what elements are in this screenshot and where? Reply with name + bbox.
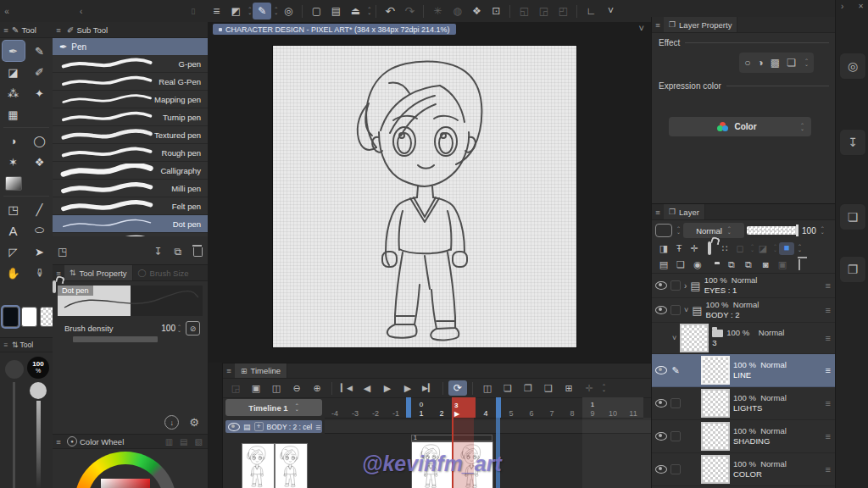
onion-skin-icon[interactable]: ⊞ — [559, 380, 578, 396]
fill-bucket-icon[interactable]: ❖ — [467, 3, 486, 19]
subtool-item-calligraphy[interactable]: Calligraphy — [53, 162, 208, 180]
navigator-panel-icon[interactable]: ◎ — [839, 53, 866, 80]
export-stepper[interactable] — [367, 8, 371, 14]
text-tool[interactable]: A — [3, 220, 25, 241]
reference-layer-icon[interactable]: Ŧ — [672, 243, 686, 253]
layer-menu-icon[interactable] — [826, 365, 831, 375]
sub-tool-tab-label[interactable]: Sub Tool — [76, 25, 108, 35]
subtool-item-felt-pen[interactable]: Felt pen — [53, 197, 208, 215]
layer-row-line[interactable]: ✎ 100 % Normal LINE — [652, 354, 836, 387]
brush-tool[interactable]: ✐ — [29, 62, 51, 82]
panel-menu-icon[interactable] — [0, 341, 12, 349]
track-menu-icon[interactable] — [315, 422, 320, 432]
layer-checkbox[interactable] — [670, 431, 681, 441]
expand-collapse-icon[interactable] — [684, 306, 688, 314]
expand-collapse-icon[interactable]: › — [684, 281, 687, 291]
layer-thumbnail[interactable] — [701, 422, 730, 451]
color-wheel-tab-label[interactable]: Color Wheel — [80, 437, 124, 446]
back-icon[interactable]: ‹ — [80, 7, 82, 16]
layer-visibility-icon[interactable] — [655, 432, 667, 441]
register-initial-settings-icon[interactable]: ↓ — [164, 415, 179, 430]
layer-thumbnail[interactable] — [701, 389, 730, 418]
layer-row-3[interactable]: 100 % Normal 3 — [652, 323, 836, 354]
panel-menu-icon[interactable] — [53, 25, 64, 35]
subtool-item-flat-marker[interactable]: Flat marker — [53, 233, 208, 236]
tab-tool-property[interactable]: ⇅ Tool Property — [64, 265, 133, 280]
new-vector-layer-icon[interactable]: ❏ — [674, 259, 687, 270]
subtool-item-g-pen[interactable]: G-pen — [53, 55, 208, 73]
deselect-icon[interactable]: ◱ — [515, 3, 533, 19]
panel-menu-icon[interactable] — [652, 208, 664, 217]
layer-color-icon[interactable]: ■ — [779, 242, 794, 255]
close-dock-icon[interactable]: ✕ — [858, 3, 864, 10]
new-cel-icon[interactable]: ❏ — [498, 380, 517, 396]
subtool-item-milli-pen[interactable]: Milli pen — [53, 180, 208, 197]
effect-border-icon[interactable]: ○ — [744, 57, 750, 69]
expression-color-stepper[interactable] — [800, 124, 804, 130]
color-set-tab-icon[interactable]: ▤ — [180, 437, 187, 446]
invert-selection-icon[interactable]: ◲ — [534, 3, 553, 19]
pen-tool[interactable]: ✒ — [3, 41, 25, 61]
layer-thumbnail-setting-icon[interactable] — [655, 224, 672, 237]
subtool-item-textured-pen[interactable]: Textured pen — [53, 126, 208, 144]
eraser-tool[interactable]: ◪ — [3, 62, 25, 82]
add-cel-icon[interactable] — [254, 422, 264, 431]
expand-dock-icon[interactable]: › — [841, 2, 843, 11]
thumbnail-stepper[interactable] — [676, 227, 681, 234]
subtool-item-rough-pen[interactable]: Rough pen — [53, 144, 208, 162]
tab-layer[interactable]: ❐ Layer — [664, 204, 705, 219]
layer-visibility-icon[interactable] — [655, 281, 667, 290]
create-mask-icon[interactable]: ◙ — [759, 259, 772, 269]
panel-menu-icon[interactable] — [0, 25, 12, 35]
main-color-swatch[interactable] — [3, 307, 19, 327]
layer-menu-icon[interactable] — [826, 280, 831, 291]
clip-to-layer-below-icon[interactable]: ◨ — [657, 243, 670, 254]
layer-thumbnail[interactable] — [701, 356, 730, 385]
tab-layer-property[interactable]: ❐ Layer Property — [664, 17, 737, 32]
layer-row-eyes[interactable]: › ▤ 100 % Normal EYES : 1 — [652, 274, 836, 298]
layer-row-color[interactable]: 100 % Normal COLOR — [652, 453, 836, 486]
subtool-item-real-g-pen[interactable]: Real G-Pen — [53, 73, 208, 91]
layer-menu-icon[interactable] — [826, 305, 831, 315]
sv-square[interactable] — [101, 479, 150, 488]
track-visibility-icon[interactable] — [228, 423, 240, 431]
figure-tool[interactable]: ▦ — [3, 104, 25, 125]
brush-size-slider[interactable] — [13, 382, 15, 488]
lock-open-icon[interactable] — [53, 280, 56, 293]
merge-down-icon[interactable]: ⧉ — [742, 259, 755, 270]
snap-icon[interactable]: ∟ — [581, 3, 600, 19]
effect-tone-icon[interactable]: ◑ — [758, 57, 764, 69]
spiral-icon[interactable]: ◎ — [279, 3, 298, 19]
fill-tool[interactable]: ❖ — [29, 152, 51, 172]
layer-dock-icon[interactable]: ❐ — [839, 256, 866, 283]
cel-thumbnail-1[interactable] — [242, 443, 275, 488]
opacity-knob[interactable] — [30, 382, 47, 399]
layer-visibility-icon[interactable] — [655, 306, 667, 314]
layer-thumbnail[interactable] — [680, 324, 709, 352]
layer-visibility-icon[interactable] — [655, 465, 667, 474]
decoration-tool[interactable]: ✦ — [29, 83, 51, 103]
airbrush-tool[interactable]: ⁂ — [3, 83, 25, 103]
object-tool[interactable]: ◳ — [3, 199, 25, 219]
new-correction-layer-icon[interactable]: ◉ — [691, 259, 704, 270]
subtool-item-mapping-pen[interactable]: Mapping pen — [53, 91, 208, 108]
zoom-out-icon[interactable]: ⊖ — [287, 380, 306, 396]
duplicate-subtool-icon[interactable]: ⧉ — [174, 246, 181, 258]
brush-density-value[interactable]: 100 — [161, 324, 175, 333]
operation-tool[interactable]: ➤ — [29, 241, 51, 262]
document-tab[interactable]: CHARACTER DESIGN - PIXEL ART* (384 x 384… — [213, 24, 456, 35]
layer-thumbnail[interactable] — [701, 455, 730, 484]
layer-opacity-stepper[interactable] — [821, 227, 825, 234]
lock-layer-icon[interactable] — [703, 243, 716, 253]
import-subtool-icon[interactable]: ↧ — [153, 246, 162, 258]
pen-mode-icon[interactable]: ✎ — [253, 3, 271, 19]
pencil-tool[interactable]: ✎ — [29, 41, 51, 61]
layer-checkbox[interactable] — [670, 280, 681, 291]
effect-stepper[interactable] — [804, 59, 809, 66]
expression-color-select[interactable]: Color — [669, 117, 811, 136]
panel-toggle-icon[interactable]: ▯ — [191, 7, 195, 15]
effect-halftone-icon[interactable]: ▩ — [771, 57, 780, 69]
layer-visibility-icon[interactable] — [655, 366, 667, 374]
layer-property-dock-icon[interactable]: ❏ — [839, 203, 866, 230]
balloon-tool[interactable]: ⬭ — [29, 220, 51, 241]
